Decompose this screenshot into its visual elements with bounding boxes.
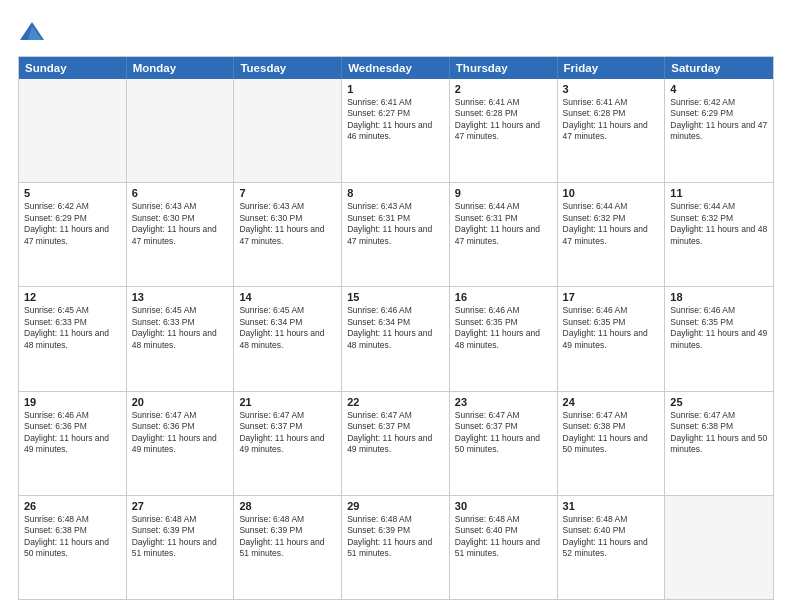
day-number: 20 [132, 396, 229, 408]
day-number: 12 [24, 291, 121, 303]
day-number: 5 [24, 187, 121, 199]
day-info: Sunrise: 6:41 AM Sunset: 6:28 PM Dayligh… [563, 97, 660, 143]
day-number: 27 [132, 500, 229, 512]
calendar-day-header: Monday [127, 57, 235, 79]
calendar-day-header: Saturday [665, 57, 773, 79]
day-info: Sunrise: 6:43 AM Sunset: 6:30 PM Dayligh… [132, 201, 229, 247]
day-number: 25 [670, 396, 768, 408]
calendar-cell [234, 79, 342, 182]
calendar-cell: 26Sunrise: 6:48 AM Sunset: 6:38 PM Dayli… [19, 496, 127, 599]
header [18, 18, 774, 46]
calendar-day-header: Wednesday [342, 57, 450, 79]
day-number: 2 [455, 83, 552, 95]
calendar-day-header: Tuesday [234, 57, 342, 79]
calendar-cell: 16Sunrise: 6:46 AM Sunset: 6:35 PM Dayli… [450, 287, 558, 390]
day-info: Sunrise: 6:43 AM Sunset: 6:30 PM Dayligh… [239, 201, 336, 247]
calendar-cell: 24Sunrise: 6:47 AM Sunset: 6:38 PM Dayli… [558, 392, 666, 495]
day-info: Sunrise: 6:48 AM Sunset: 6:39 PM Dayligh… [347, 514, 444, 560]
calendar-cell: 3Sunrise: 6:41 AM Sunset: 6:28 PM Daylig… [558, 79, 666, 182]
calendar-cell: 17Sunrise: 6:46 AM Sunset: 6:35 PM Dayli… [558, 287, 666, 390]
calendar-cell: 13Sunrise: 6:45 AM Sunset: 6:33 PM Dayli… [127, 287, 235, 390]
calendar-cell: 8Sunrise: 6:43 AM Sunset: 6:31 PM Daylig… [342, 183, 450, 286]
calendar-cell: 23Sunrise: 6:47 AM Sunset: 6:37 PM Dayli… [450, 392, 558, 495]
calendar-body: 1Sunrise: 6:41 AM Sunset: 6:27 PM Daylig… [19, 79, 773, 599]
logo [18, 18, 50, 46]
calendar-cell: 15Sunrise: 6:46 AM Sunset: 6:34 PM Dayli… [342, 287, 450, 390]
calendar-cell: 6Sunrise: 6:43 AM Sunset: 6:30 PM Daylig… [127, 183, 235, 286]
day-number: 3 [563, 83, 660, 95]
day-number: 30 [455, 500, 552, 512]
calendar-cell: 12Sunrise: 6:45 AM Sunset: 6:33 PM Dayli… [19, 287, 127, 390]
calendar-cell: 19Sunrise: 6:46 AM Sunset: 6:36 PM Dayli… [19, 392, 127, 495]
calendar-cell: 11Sunrise: 6:44 AM Sunset: 6:32 PM Dayli… [665, 183, 773, 286]
day-number: 4 [670, 83, 768, 95]
day-info: Sunrise: 6:47 AM Sunset: 6:38 PM Dayligh… [670, 410, 768, 456]
calendar-cell [665, 496, 773, 599]
day-number: 1 [347, 83, 444, 95]
calendar-cell: 31Sunrise: 6:48 AM Sunset: 6:40 PM Dayli… [558, 496, 666, 599]
calendar-week-row: 5Sunrise: 6:42 AM Sunset: 6:29 PM Daylig… [19, 182, 773, 286]
calendar-week-row: 19Sunrise: 6:46 AM Sunset: 6:36 PM Dayli… [19, 391, 773, 495]
calendar-cell: 5Sunrise: 6:42 AM Sunset: 6:29 PM Daylig… [19, 183, 127, 286]
day-info: Sunrise: 6:45 AM Sunset: 6:33 PM Dayligh… [24, 305, 121, 351]
calendar-cell: 29Sunrise: 6:48 AM Sunset: 6:39 PM Dayli… [342, 496, 450, 599]
calendar: SundayMondayTuesdayWednesdayThursdayFrid… [18, 56, 774, 600]
day-number: 19 [24, 396, 121, 408]
day-info: Sunrise: 6:47 AM Sunset: 6:37 PM Dayligh… [347, 410, 444, 456]
day-info: Sunrise: 6:45 AM Sunset: 6:33 PM Dayligh… [132, 305, 229, 351]
day-info: Sunrise: 6:46 AM Sunset: 6:36 PM Dayligh… [24, 410, 121, 456]
calendar-cell [127, 79, 235, 182]
calendar-cell: 10Sunrise: 6:44 AM Sunset: 6:32 PM Dayli… [558, 183, 666, 286]
calendar-cell: 22Sunrise: 6:47 AM Sunset: 6:37 PM Dayli… [342, 392, 450, 495]
day-number: 10 [563, 187, 660, 199]
day-number: 23 [455, 396, 552, 408]
day-number: 28 [239, 500, 336, 512]
day-info: Sunrise: 6:46 AM Sunset: 6:34 PM Dayligh… [347, 305, 444, 351]
day-info: Sunrise: 6:48 AM Sunset: 6:39 PM Dayligh… [132, 514, 229, 560]
calendar-cell: 21Sunrise: 6:47 AM Sunset: 6:37 PM Dayli… [234, 392, 342, 495]
day-number: 31 [563, 500, 660, 512]
calendar-day-header: Thursday [450, 57, 558, 79]
day-number: 26 [24, 500, 121, 512]
calendar-cell: 7Sunrise: 6:43 AM Sunset: 6:30 PM Daylig… [234, 183, 342, 286]
calendar-week-row: 26Sunrise: 6:48 AM Sunset: 6:38 PM Dayli… [19, 495, 773, 599]
day-number: 7 [239, 187, 336, 199]
day-info: Sunrise: 6:47 AM Sunset: 6:36 PM Dayligh… [132, 410, 229, 456]
calendar-cell: 9Sunrise: 6:44 AM Sunset: 6:31 PM Daylig… [450, 183, 558, 286]
day-info: Sunrise: 6:47 AM Sunset: 6:37 PM Dayligh… [455, 410, 552, 456]
calendar-day-header: Sunday [19, 57, 127, 79]
day-info: Sunrise: 6:44 AM Sunset: 6:32 PM Dayligh… [563, 201, 660, 247]
day-info: Sunrise: 6:47 AM Sunset: 6:38 PM Dayligh… [563, 410, 660, 456]
calendar-cell: 27Sunrise: 6:48 AM Sunset: 6:39 PM Dayli… [127, 496, 235, 599]
day-number: 22 [347, 396, 444, 408]
day-info: Sunrise: 6:42 AM Sunset: 6:29 PM Dayligh… [670, 97, 768, 143]
day-number: 13 [132, 291, 229, 303]
day-info: Sunrise: 6:41 AM Sunset: 6:27 PM Dayligh… [347, 97, 444, 143]
logo-icon [18, 18, 46, 46]
day-number: 11 [670, 187, 768, 199]
calendar-cell: 4Sunrise: 6:42 AM Sunset: 6:29 PM Daylig… [665, 79, 773, 182]
calendar-week-row: 1Sunrise: 6:41 AM Sunset: 6:27 PM Daylig… [19, 79, 773, 182]
day-number: 16 [455, 291, 552, 303]
calendar-day-header: Friday [558, 57, 666, 79]
day-info: Sunrise: 6:48 AM Sunset: 6:39 PM Dayligh… [239, 514, 336, 560]
calendar-cell: 2Sunrise: 6:41 AM Sunset: 6:28 PM Daylig… [450, 79, 558, 182]
day-info: Sunrise: 6:47 AM Sunset: 6:37 PM Dayligh… [239, 410, 336, 456]
day-info: Sunrise: 6:42 AM Sunset: 6:29 PM Dayligh… [24, 201, 121, 247]
calendar-cell: 30Sunrise: 6:48 AM Sunset: 6:40 PM Dayli… [450, 496, 558, 599]
day-number: 15 [347, 291, 444, 303]
day-info: Sunrise: 6:43 AM Sunset: 6:31 PM Dayligh… [347, 201, 444, 247]
day-number: 9 [455, 187, 552, 199]
day-info: Sunrise: 6:46 AM Sunset: 6:35 PM Dayligh… [670, 305, 768, 351]
calendar-cell: 28Sunrise: 6:48 AM Sunset: 6:39 PM Dayli… [234, 496, 342, 599]
day-info: Sunrise: 6:46 AM Sunset: 6:35 PM Dayligh… [563, 305, 660, 351]
calendar-cell [19, 79, 127, 182]
day-info: Sunrise: 6:44 AM Sunset: 6:32 PM Dayligh… [670, 201, 768, 247]
page: SundayMondayTuesdayWednesdayThursdayFrid… [0, 0, 792, 612]
day-info: Sunrise: 6:48 AM Sunset: 6:40 PM Dayligh… [455, 514, 552, 560]
calendar-cell: 1Sunrise: 6:41 AM Sunset: 6:27 PM Daylig… [342, 79, 450, 182]
day-info: Sunrise: 6:48 AM Sunset: 6:40 PM Dayligh… [563, 514, 660, 560]
calendar-cell: 20Sunrise: 6:47 AM Sunset: 6:36 PM Dayli… [127, 392, 235, 495]
day-number: 6 [132, 187, 229, 199]
day-number: 14 [239, 291, 336, 303]
